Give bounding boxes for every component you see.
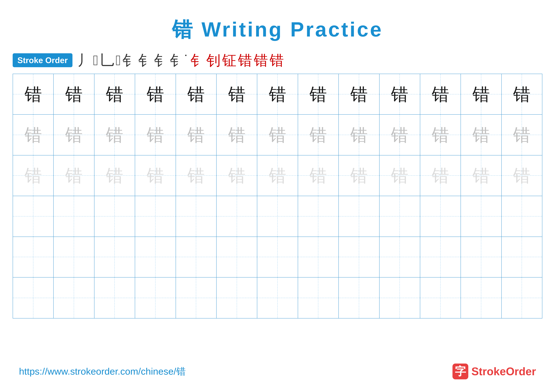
grid-cell-4-6[interactable] — [257, 237, 298, 278]
grid-cell-3-0[interactable] — [13, 196, 54, 237]
cell-char-0-7: 错 — [309, 86, 327, 103]
grid-cell-3-12[interactable] — [502, 196, 542, 237]
stroke-step-0: 丿 — [77, 53, 91, 67]
grid-cell-3-9[interactable] — [380, 196, 420, 237]
stroke-step-4: 钅 — [123, 53, 137, 67]
grid-cell-5-12[interactable] — [502, 278, 542, 318]
grid-row-0: 错错错错错错错错错错错错错 — [13, 74, 542, 115]
grid-cell-3-3[interactable] — [135, 196, 176, 237]
grid-cell-1-9[interactable]: 错 — [380, 115, 420, 155]
grid-cell-4-11[interactable] — [461, 237, 502, 278]
grid-cell-5-10[interactable] — [420, 278, 461, 318]
grid-cell-5-0[interactable] — [13, 278, 54, 318]
grid-cell-3-10[interactable] — [420, 196, 461, 237]
grid-cell-2-6[interactable]: 错 — [257, 156, 298, 196]
cell-char-1-5: 错 — [228, 126, 246, 143]
stroke-step-3: 𠄎 — [116, 53, 121, 67]
grid-cell-5-11[interactable] — [461, 278, 502, 318]
grid-cell-4-5[interactable] — [217, 237, 257, 278]
grid-cell-3-4[interactable] — [176, 196, 217, 237]
cell-char-2-7: 错 — [309, 167, 327, 184]
grid-cell-2-7[interactable]: 错 — [298, 156, 339, 196]
grid-cell-0-6[interactable]: 错 — [257, 74, 298, 115]
grid-cell-3-2[interactable] — [95, 196, 135, 237]
stroke-order-badge[interactable]: Stroke Order — [13, 53, 73, 67]
cell-char-1-4: 错 — [187, 126, 205, 143]
grid-cell-0-9[interactable]: 错 — [380, 74, 420, 115]
grid-cell-1-10[interactable]: 错 — [420, 115, 461, 155]
grid-cell-1-2[interactable]: 错 — [95, 115, 135, 155]
grid-cell-2-4[interactable]: 错 — [176, 156, 217, 196]
grid-cell-0-2[interactable]: 错 — [95, 74, 135, 115]
grid-cell-3-7[interactable] — [298, 196, 339, 237]
grid-cell-4-8[interactable] — [339, 237, 380, 278]
grid-cell-1-6[interactable]: 错 — [257, 115, 298, 155]
footer: https://www.strokeorder.com/chinese/错 字 … — [0, 363, 555, 379]
grid-cell-2-5[interactable]: 错 — [217, 156, 257, 196]
grid-row-4 — [13, 237, 542, 278]
grid-cell-1-1[interactable]: 错 — [54, 115, 94, 155]
grid-cell-0-3[interactable]: 错 — [135, 74, 176, 115]
cell-char-2-9: 错 — [391, 167, 408, 184]
grid-cell-4-3[interactable] — [135, 237, 176, 278]
grid-cell-1-4[interactable]: 错 — [176, 115, 217, 155]
grid-cell-0-12[interactable]: 错 — [502, 74, 542, 115]
grid-cell-0-4[interactable]: 错 — [176, 74, 217, 115]
grid-cell-2-11[interactable]: 错 — [461, 156, 502, 196]
cell-char-2-6: 错 — [269, 167, 286, 184]
grid-cell-1-5[interactable]: 错 — [217, 115, 257, 155]
grid-cell-4-1[interactable] — [54, 237, 94, 278]
grid-cell-0-10[interactable]: 错 — [420, 74, 461, 115]
grid-cell-5-3[interactable] — [135, 278, 176, 318]
stroke-step-8: 钅 — [190, 53, 205, 67]
grid-cell-0-1[interactable]: 错 — [54, 74, 94, 115]
grid-cell-1-12[interactable]: 错 — [502, 115, 542, 155]
grid-cell-4-2[interactable] — [95, 237, 135, 278]
grid-cell-2-2[interactable]: 错 — [95, 156, 135, 196]
grid-cell-2-1[interactable]: 错 — [54, 156, 94, 196]
grid-cell-2-0[interactable]: 错 — [13, 156, 54, 196]
grid-cell-0-7[interactable]: 错 — [298, 74, 339, 115]
grid-cell-5-9[interactable] — [380, 278, 420, 318]
grid-cell-4-4[interactable] — [176, 237, 217, 278]
grid-cell-5-7[interactable] — [298, 278, 339, 318]
grid-cell-3-8[interactable] — [339, 196, 380, 237]
grid-cell-3-6[interactable] — [257, 196, 298, 237]
grid-cell-1-3[interactable]: 错 — [135, 115, 176, 155]
logo-name: StrokeOrder — [471, 365, 536, 378]
grid-cell-3-1[interactable] — [54, 196, 94, 237]
grid-cell-0-5[interactable]: 错 — [217, 74, 257, 115]
cell-char-1-1: 错 — [65, 126, 83, 143]
grid-cell-1-8[interactable]: 错 — [339, 115, 380, 155]
grid-cell-5-5[interactable] — [217, 278, 257, 318]
grid-cell-2-8[interactable]: 错 — [339, 156, 380, 196]
grid-cell-1-7[interactable]: 错 — [298, 115, 339, 155]
grid-cell-1-11[interactable]: 错 — [461, 115, 502, 155]
title-label: Writing Practice — [201, 18, 383, 41]
grid-cell-2-12[interactable]: 错 — [502, 156, 542, 196]
grid-cell-5-4[interactable] — [176, 278, 217, 318]
grid-cell-1-0[interactable]: 错 — [13, 115, 54, 155]
grid-cell-0-8[interactable]: 错 — [339, 74, 380, 115]
grid-cell-2-9[interactable]: 错 — [380, 156, 420, 196]
cell-char-0-12: 错 — [513, 86, 531, 103]
grid-cell-2-10[interactable]: 错 — [420, 156, 461, 196]
grid-cell-4-0[interactable] — [13, 237, 54, 278]
grid-cell-3-5[interactable] — [217, 196, 257, 237]
grid-cell-3-11[interactable] — [461, 196, 502, 237]
stroke-step-5: 钅 — [138, 53, 153, 67]
grid-cell-4-10[interactable] — [420, 237, 461, 278]
page-title: 错 Writing Practice — [172, 16, 383, 44]
grid-cell-4-9[interactable] — [380, 237, 420, 278]
grid-cell-5-2[interactable] — [95, 278, 135, 318]
cell-char-0-4: 错 — [187, 86, 205, 103]
grid-cell-0-11[interactable]: 错 — [461, 74, 502, 115]
grid-cell-5-6[interactable] — [257, 278, 298, 318]
grid-cell-5-8[interactable] — [339, 278, 380, 318]
grid-cell-0-0[interactable]: 错 — [13, 74, 54, 115]
footer-url[interactable]: https://www.strokeorder.com/chinese/错 — [19, 365, 186, 378]
grid-cell-2-3[interactable]: 错 — [135, 156, 176, 196]
grid-cell-5-1[interactable] — [54, 278, 94, 318]
grid-cell-4-12[interactable] — [502, 237, 542, 278]
grid-cell-4-7[interactable] — [298, 237, 339, 278]
